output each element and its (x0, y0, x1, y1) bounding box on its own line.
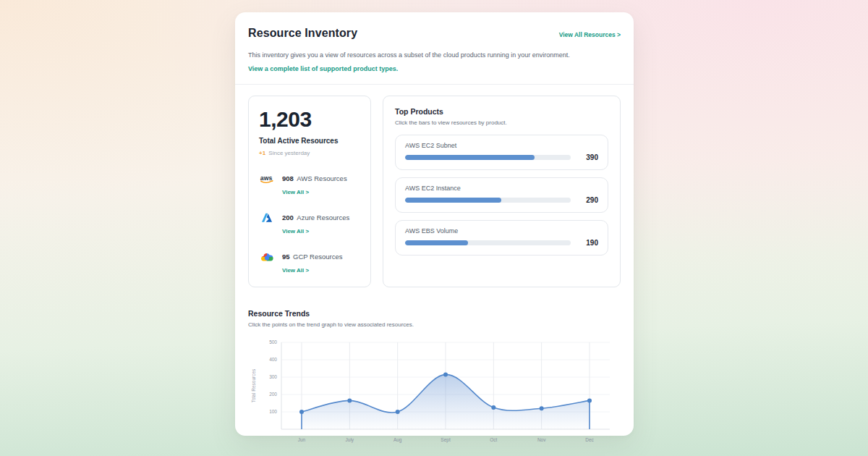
page-background: Resource Inventory View All Resources > … (0, 0, 868, 456)
svg-text:aws: aws (260, 174, 273, 181)
total-active-count: 1,203 (259, 107, 360, 132)
supported-product-types-link[interactable]: View a complete list of supported produc… (248, 65, 398, 72)
page-title: Resource Inventory (248, 27, 357, 40)
top-products-title: Top Products (395, 107, 608, 116)
top-products-subtitle: Click the bars to view resources by prod… (395, 119, 608, 126)
provider-info: 200 Azure Resources View All > (282, 210, 349, 236)
header-divider (235, 84, 634, 85)
product-bars: AWS EC2 Subnet 390 AWS EC2 Instance 290 (395, 135, 608, 256)
provider-name: Azure Resources (297, 214, 349, 221)
svg-text:Nov: Nov (537, 437, 546, 442)
provider-view-all-link[interactable]: View All > (282, 267, 309, 274)
cards-row: 1,203 Total Active Resources +1 Since ye… (248, 96, 621, 287)
gcp-icon (259, 249, 275, 265)
product-bar-aws-ec2-instance[interactable]: AWS EC2 Instance 290 (395, 177, 608, 213)
delta-label: Since yesterday (268, 150, 310, 156)
product-bar-fill (405, 155, 535, 160)
description-text: This inventory gives you a view of resou… (248, 51, 621, 61)
provider-name: AWS Resources (297, 174, 346, 182)
delta-badge: +1 (259, 150, 265, 156)
product-bar-track[interactable] (405, 155, 571, 160)
svg-text:Jun: Jun (298, 437, 306, 442)
provider-list: aws 908 AWS Resources View All > (259, 171, 360, 275)
svg-text:Aug: Aug (393, 437, 402, 443)
provider-count: 95 (282, 253, 290, 261)
provider-row-aws: aws 908 AWS Resources View All > (259, 171, 360, 197)
top-products-card: Top Products Click the bars to view reso… (383, 96, 621, 287)
provider-info: 95 GCP Resources View All > (282, 249, 343, 275)
svg-text:400: 400 (269, 357, 277, 362)
product-bar-label: AWS EBS Volume (405, 227, 598, 235)
provider-row-gcp: 95 GCP Resources View All > (259, 249, 360, 275)
total-resources-card: 1,203 Total Active Resources +1 Since ye… (248, 96, 371, 287)
product-bar-value: 190 (576, 239, 598, 247)
product-bar-fill (405, 240, 468, 245)
chart-wrap: 100200300400500JunJulyAugSeptOctNovDecTo… (248, 338, 621, 451)
product-bar-fill (405, 198, 501, 203)
product-bar-aws-ebs-volume[interactable]: AWS EBS Volume 190 (395, 220, 608, 256)
product-bar-row: 290 (405, 196, 598, 204)
svg-text:200: 200 (269, 392, 277, 397)
delta-row: +1 Since yesterday (259, 150, 360, 156)
product-bar-track[interactable] (405, 240, 571, 245)
svg-text:Dec: Dec (585, 437, 594, 442)
product-bar-value: 290 (576, 196, 598, 204)
product-bar-track[interactable] (405, 198, 571, 203)
provider-info: 908 AWS Resources View All > (282, 171, 347, 197)
provider-view-all-link[interactable]: View All > (282, 228, 309, 235)
view-all-resources-link[interactable]: View All Resources > (559, 31, 621, 38)
provider-row-azure: 200 Azure Resources View All > (259, 210, 360, 236)
resource-inventory-panel: Resource Inventory View All Resources > … (235, 12, 634, 436)
provider-count: 200 (282, 214, 294, 221)
svg-text:Oct: Oct (490, 437, 497, 442)
svg-text:Total Resources: Total Resources (251, 368, 256, 402)
svg-text:Sept: Sept (441, 437, 451, 443)
product-bar-label: AWS EC2 Subnet (405, 142, 598, 149)
provider-name: GCP Resources (293, 253, 342, 261)
panel-header: Resource Inventory View All Resources > (248, 27, 621, 40)
svg-text:100: 100 (269, 409, 277, 414)
azure-icon (259, 210, 275, 226)
trends-subtitle: Click the points on the trend graph to v… (248, 321, 621, 328)
product-bar-aws-ec2-subnet[interactable]: AWS EC2 Subnet 390 (395, 135, 608, 170)
resource-trends-section: Resource Trends Click the points on the … (248, 309, 621, 451)
svg-text:300: 300 (269, 374, 277, 379)
aws-icon: aws (259, 171, 275, 187)
product-bar-row: 390 (405, 153, 598, 161)
provider-count: 908 (282, 174, 294, 182)
total-active-label: Total Active Resources (259, 137, 360, 145)
product-bar-value: 390 (576, 153, 598, 161)
provider-view-all-link[interactable]: View All > (282, 189, 309, 195)
product-bar-label: AWS EC2 Instance (405, 185, 598, 192)
svg-text:500: 500 (269, 339, 277, 345)
product-bar-row: 190 (405, 239, 598, 247)
trends-title: Resource Trends (248, 309, 621, 318)
resource-trends-chart[interactable]: 100200300400500JunJulyAugSeptOctNovDecTo… (248, 338, 617, 448)
svg-text:July: July (346, 437, 354, 443)
